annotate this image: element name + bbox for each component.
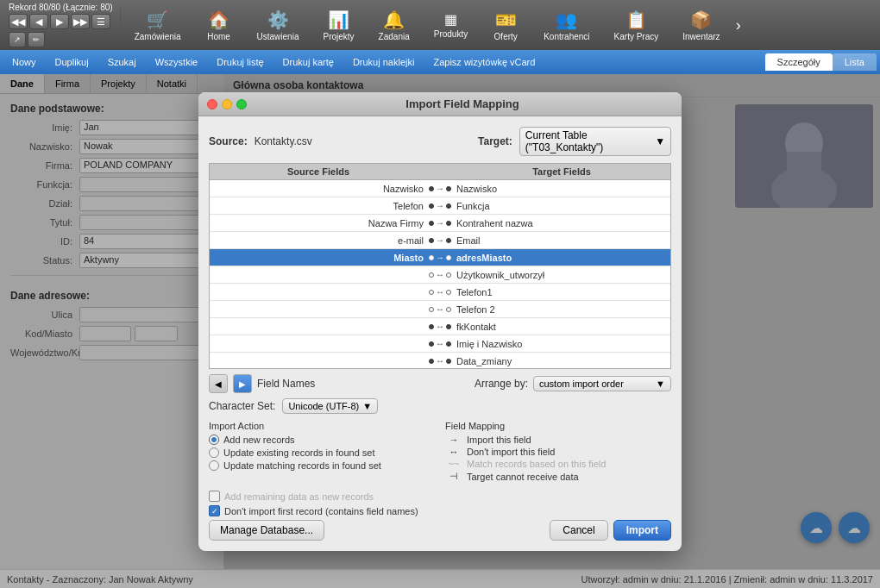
mapping-table-header: Source Fields Target Fields — [209, 163, 671, 179]
mapping-row-9[interactable]: ↔ Imię i Nazwisko — [210, 335, 670, 353]
nav-edit-btn[interactable]: ✏ — [28, 32, 45, 47]
toolbar-zapisz-wizytowke-btn[interactable]: Zapisz wizytówkę vCard — [424, 54, 544, 70]
mapping-row-3[interactable]: e-mail → Email — [210, 232, 670, 249]
arrow-dot-4 — [429, 255, 434, 260]
modal-traffic-lights — [207, 99, 247, 109]
radio-update-found[interactable]: Update existing records in found set — [209, 447, 435, 458]
two-col: Import Action Add new records Update exi… — [209, 421, 671, 484]
charset-row: Character Set: Unicode (UTF-8) ▼ — [209, 398, 671, 414]
legend-label-2: Match records based on this field — [467, 459, 606, 469]
col-source-header: Source Fields — [210, 166, 427, 177]
nav-inwentarz-label: Inwentarz — [682, 32, 720, 41]
arrow-dot-5 — [429, 272, 434, 278]
traffic-close[interactable] — [207, 99, 217, 109]
toolbar-drukuj-naklejki-btn[interactable]: Drukuj naklejki — [344, 54, 424, 70]
arrow-dot2-8 — [446, 324, 451, 329]
nav-home[interactable]: 🏠 Home — [193, 6, 245, 45]
nav-produkty[interactable]: ▦ Produkty — [422, 8, 480, 42]
charset-select[interactable]: Unicode (UTF-8) ▼ — [282, 398, 378, 414]
nav-kontrahenci[interactable]: 👥 Kontrahenci — [531, 6, 601, 45]
home-icon: 🏠 — [208, 9, 229, 30]
nav-karty-pracy[interactable]: 📋 Karty Pracy — [602, 6, 671, 45]
arrow-dot-9 — [429, 341, 434, 347]
legend-label-0: Import this field — [467, 435, 531, 445]
work-cards-icon: 📋 — [625, 9, 647, 30]
toolbar-szukaj-btn[interactable]: Szukaj — [99, 54, 145, 70]
cancel-btn[interactable]: Cancel — [550, 520, 607, 541]
tasks-icon: 🔔 — [383, 9, 405, 30]
checkbox-add-remaining[interactable]: Add remaining data as new records — [209, 491, 671, 502]
legend-arrow-0: → — [445, 435, 462, 445]
nav-oferty[interactable]: 🎫 Oferty — [480, 6, 531, 45]
radio-add-new-dot — [209, 435, 219, 445]
mapping-row-4[interactable]: Miasto → adresMiasto — [210, 249, 670, 266]
nav-next-mapping-btn[interactable]: ▶ — [233, 374, 252, 393]
nav-ustawienia-label: Ustawienia — [257, 32, 299, 41]
status-right: Utworzył: admin w dniu: 21.1.2016 | Zmie… — [581, 574, 873, 585]
legend-arrow-1: ↔ — [445, 447, 462, 457]
toolbar-nowy-btn[interactable]: Nowy — [3, 54, 45, 70]
nav-last-btn[interactable]: ▶▶ — [71, 14, 90, 29]
nav-next-btn[interactable]: ▶ — [50, 14, 69, 29]
mapping-row-2[interactable]: Nazwa Firmy → Kontrahent nazwa — [210, 215, 670, 232]
nav-zadania[interactable]: 🔔 Zadania — [367, 6, 422, 45]
target-select[interactable]: Current Table ("T03_Kontakty") ▼ — [519, 127, 671, 156]
toolbar-duplikuj-btn[interactable]: Duplikuj — [47, 54, 97, 70]
toolbar-wszystkie-btn[interactable]: Wszystkie — [147, 54, 207, 70]
radio-update-matching[interactable]: Update matching records in found set — [209, 460, 435, 471]
radio-add-new-label: Add new records — [223, 435, 295, 445]
nav-zamowienia[interactable]: 🛒 Zamówienia — [123, 6, 193, 45]
manage-database-btn[interactable]: Manage Database... — [209, 520, 324, 541]
nav-projekty[interactable]: 📊 Projekty — [311, 6, 366, 45]
toolbar-drukuj-liste-btn[interactable]: Drukuj listę — [208, 54, 272, 70]
arrow-dot2-9 — [446, 341, 451, 347]
legend-row-0: → Import this field — [445, 435, 671, 445]
nav-ustawienia[interactable]: ⚙️ Ustawienia — [245, 6, 311, 45]
record-info: Rekord 80/80 (Łącznie: 80) — [9, 3, 113, 12]
contacts-icon: 👥 — [556, 9, 577, 30]
source-label: Source: — [209, 135, 248, 147]
toolbar-drukuj-karte-btn[interactable]: Drukuj kartę — [274, 54, 343, 70]
tab-lista[interactable]: Lista — [833, 53, 877, 71]
nav-produkty-label: Produkty — [434, 29, 468, 39]
map-target-10: Data_zmiany — [453, 356, 667, 366]
map-target-7: Telefon 2 — [453, 304, 667, 315]
map-arrow-1: → — [427, 201, 453, 210]
nav-list-btn[interactable]: ☰ — [91, 14, 110, 29]
mapping-row-7[interactable]: ↔ Telefon 2 — [210, 301, 670, 318]
mapping-row-0[interactable]: Nazwisko → Nazwisko — [210, 180, 670, 197]
radio-update-found-dot — [209, 447, 219, 458]
legend-label-1: Don't import this field — [467, 447, 555, 457]
inventory-icon: 📦 — [690, 9, 712, 30]
traffic-minimize[interactable] — [222, 99, 232, 109]
nav-prev-mapping-btn[interactable]: ◀ — [209, 374, 228, 393]
nav-first-btn[interactable]: ◀◀ — [9, 14, 28, 29]
bottom-buttons: Manage Database... Cancel Import — [209, 520, 671, 541]
mapping-row-6[interactable]: ↔ Telefon1 — [210, 284, 670, 301]
arrow-dot2-3 — [446, 238, 451, 243]
traffic-maximize[interactable] — [236, 99, 247, 109]
checkbox-dont-import-first-box[interactable] — [209, 505, 220, 516]
checkbox-add-remaining-box[interactable] — [209, 491, 220, 502]
products-icon: ▦ — [444, 11, 457, 28]
mapping-row-10[interactable]: ↔ Data_zmiany — [210, 353, 670, 369]
main-area: Dane Firma Projekty Notatki Dane podstaw… — [0, 74, 880, 569]
import-btn[interactable]: Import — [613, 520, 671, 541]
nav-prev-btn[interactable]: ◀ — [29, 14, 48, 29]
checkbox-dont-import-first[interactable]: Don't import first record (contains fiel… — [209, 505, 671, 516]
radio-add-new[interactable]: Add new records — [209, 435, 435, 445]
mapping-row-1[interactable]: Telefon → Funkcja — [210, 197, 670, 215]
arrow-dot-6 — [429, 290, 434, 295]
nav-zadania-label: Zadania — [379, 32, 410, 41]
arrange-select[interactable]: custom import order ▼ — [533, 376, 671, 391]
arrow-dot-10 — [429, 359, 434, 364]
nav-external-btn[interactable]: ↗ — [9, 32, 26, 47]
mapping-row-5[interactable]: ↔ Użytkownik_utworzył — [210, 266, 670, 284]
settings-icon: ⚙️ — [267, 9, 289, 30]
nav-more-btn[interactable]: › — [736, 16, 741, 34]
nav-inwentarz[interactable]: 📦 Inwentarz — [670, 6, 732, 45]
mapping-row-8[interactable]: ↔ fkKontakt — [210, 318, 670, 335]
arrow-dot2-6 — [446, 290, 451, 295]
tab-szczegoly[interactable]: Szczegóły — [765, 53, 833, 71]
nav-sep-1 — [120, 8, 121, 42]
